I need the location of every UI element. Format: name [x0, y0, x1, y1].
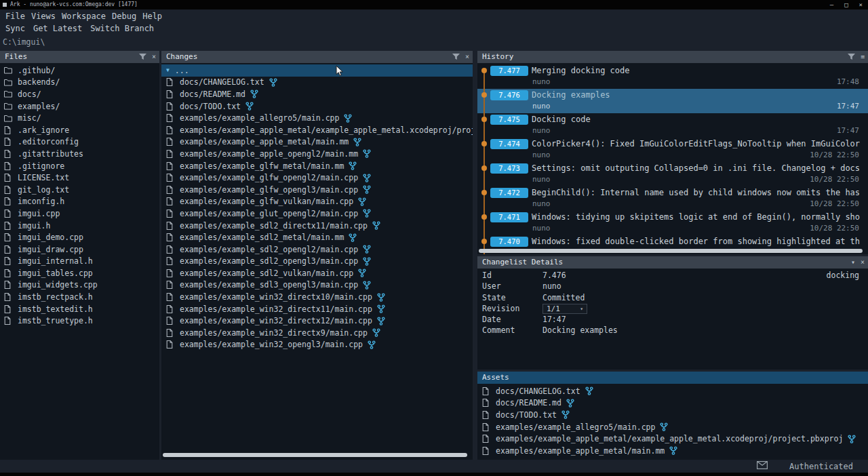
menu-item-views[interactable]: Views	[31, 12, 56, 21]
revision-dropdown[interactable]: 1/1▾	[542, 304, 587, 314]
menu-item-debug[interactable]: Debug	[112, 12, 136, 21]
asset-row[interactable]: examples/example_apple_metal/example_app…	[477, 433, 868, 445]
changed-file-row[interactable]: examples/example_win32_directx10/main.cp…	[161, 291, 473, 303]
branch-icon	[363, 185, 371, 194]
toolbar: SyncGet LatestSwitch Branch	[0, 22, 154, 35]
commit-row[interactable]: 7.476Docking examplesnuno17:47	[477, 89, 868, 113]
changed-file-row[interactable]: examples/example_sdl2_opengl2/main.cpp	[161, 243, 473, 256]
asset-row[interactable]: docs/TODO.txt	[477, 409, 868, 421]
details-panel-title: Changelist Details	[482, 258, 563, 266]
menu-item-file[interactable]: File	[5, 12, 25, 21]
changed-file-row[interactable]: examples/example_apple_metal/main.mm	[161, 136, 473, 148]
changed-file-row[interactable]: examples/example_win32_directx9/main.cpp	[161, 327, 473, 339]
filter-icon[interactable]	[139, 54, 146, 60]
file-tree-item[interactable]: git_log.txt	[0, 184, 159, 196]
menu-item-workspace[interactable]: Workspace	[62, 12, 106, 21]
file-tree-item[interactable]: imgui.cpp	[0, 207, 159, 220]
mail-icon[interactable]	[757, 461, 768, 471]
file-tree-item[interactable]: .gitignore	[0, 160, 159, 172]
file-tree-item[interactable]: imstb_textedit.h	[0, 303, 159, 315]
assets-panel-header[interactable]: Assets	[477, 372, 868, 384]
scrollbar-thumb[interactable]	[479, 249, 863, 253]
file-tree-item[interactable]: imgui_draw.cpp	[0, 243, 159, 256]
file-tree-item[interactable]: imconfig.h	[0, 196, 159, 208]
changed-file-row[interactable]: examples/example_glfw_opengl3/main.cpp	[161, 184, 473, 196]
file-name: examples/	[18, 102, 60, 111]
changes-hscrollbar[interactable]	[161, 452, 473, 458]
file-tree-item[interactable]: imgui_tables.cpp	[0, 267, 159, 279]
file-icon	[166, 174, 176, 182]
commit-row[interactable]: 7.472BeginChild(): Internal name used by…	[477, 186, 868, 211]
changed-file-row[interactable]: examples/example_sdl2_opengl3/main.cpp	[161, 256, 473, 268]
filter-icon[interactable]	[452, 54, 460, 60]
commit-row[interactable]: 7.473Settings: omit outputing Collapsed=…	[477, 162, 868, 186]
file-tree-item[interactable]: examples/	[0, 100, 159, 113]
commit-row[interactable]: 7.471Windows: tidying up skipitems logic…	[477, 211, 868, 235]
expander-icon[interactable]: ▼	[166, 67, 170, 73]
changed-file-row[interactable]: examples/example_sdl3_opengl3/main.cpp	[161, 279, 473, 292]
file-tree-item[interactable]: imstb_rectpack.h	[0, 291, 159, 303]
changed-file-row[interactable]: examples/example_sdl2_metal/main.mm	[161, 231, 473, 243]
changed-file-row[interactable]: examples/example_win32_opengl3/main.cpp	[161, 339, 473, 351]
file-tree-item[interactable]: imgui_widgets.cpp	[0, 279, 159, 292]
close-icon[interactable]: ×	[861, 256, 865, 269]
commit-row[interactable]: 7.475Docking codenuno17:47	[477, 113, 868, 138]
branch-icon	[566, 399, 574, 408]
changed-file-row[interactable]: docs/README.md	[161, 88, 473, 100]
file-tree-item[interactable]: LICENSE.txt	[0, 172, 159, 184]
file-tree-item[interactable]: imgui_internal.h	[0, 256, 159, 268]
branch-icon	[561, 410, 570, 419]
close-button[interactable]: ×	[859, 0, 863, 9]
asset-row[interactable]: docs/README.md	[477, 397, 868, 410]
maximize-button[interactable]: □	[844, 0, 848, 9]
file-name: git_log.txt	[18, 185, 69, 195]
file-tree-item[interactable]: imstb_truetype.h	[0, 315, 159, 327]
menu-item-help[interactable]: Help	[142, 12, 162, 21]
changed-file-row[interactable]: docs/TODO.txt	[161, 100, 473, 113]
commit-row[interactable]: 7.477Merging docking codenuno17:48	[477, 64, 868, 89]
history-hscrollbar[interactable]	[477, 248, 868, 254]
toolbar-button-switch-branch[interactable]: Switch Branch	[90, 24, 154, 33]
field-label: Revision	[482, 304, 542, 313]
file-tree-item[interactable]: .ark_ignore	[0, 124, 159, 136]
file-tree-item[interactable]: backends/	[0, 77, 159, 89]
changed-file-row[interactable]: docs/CHANGELOG.txt	[161, 77, 473, 89]
changed-file-row[interactable]: examples/example_apple_opengl2/main.mm	[161, 148, 473, 160]
file-tree-item[interactable]: .editorconfig	[0, 136, 159, 148]
file-tree-item[interactable]: misc/	[0, 112, 159, 124]
changed-file-row[interactable]: examples/example_glfw_vulkan/main.cpp	[161, 196, 473, 208]
file-tree-item[interactable]: .gitattributes	[0, 148, 159, 160]
changed-file-row[interactable]: examples/example_sdl2_directx11/main.cpp	[161, 220, 473, 232]
asset-row[interactable]: examples/example_allegro5/main.cpp	[477, 421, 868, 433]
changed-file-row[interactable]: examples/example_sdl2_vulkan/main.cpp	[161, 267, 473, 279]
file-tree-item[interactable]: docs/	[0, 88, 159, 100]
file-tree-item[interactable]: .github/	[0, 64, 159, 77]
changed-file-row[interactable]: examples/example_glfw_metal/main.mm	[161, 160, 473, 172]
menu-icon[interactable]: ≡	[861, 51, 865, 63]
close-icon[interactable]: ×	[152, 51, 156, 63]
file-icon	[4, 269, 14, 277]
changed-file-row[interactable]: examples/example_win32_directx11/main.cp…	[161, 303, 473, 315]
scrollbar-thumb[interactable]	[163, 453, 467, 457]
changed-file-row[interactable]: examples/example_apple_metal/example_app…	[161, 124, 473, 136]
commit-author: nuno	[532, 175, 551, 184]
changed-file-row[interactable]: examples/example_win32_directx12/main.cp…	[161, 315, 473, 327]
file-icon	[4, 162, 14, 170]
changed-file-row[interactable]: examples/example_allegro5/main.cpp	[161, 112, 473, 124]
changes-root-row[interactable]: ▼...	[161, 64, 473, 77]
changed-file-row[interactable]: examples/example_glfw_opengl2/main.cpp	[161, 172, 473, 184]
file-icon	[4, 138, 14, 146]
toolbar-button-sync[interactable]: Sync	[5, 24, 25, 33]
toolbar-button-get-latest[interactable]: Get Latest	[33, 24, 82, 33]
close-icon[interactable]: ×	[465, 51, 469, 63]
asset-row[interactable]: examples/example_apple_metal/main.mm	[477, 445, 868, 457]
minimize-button[interactable]: —	[830, 0, 833, 9]
commit-row[interactable]: 7.474ColorPicker4(): Fixed ImGuiColorEdi…	[477, 138, 868, 162]
file-name: misc/	[18, 113, 41, 123]
changed-file-row[interactable]: examples/example_glut_opengl2/main.cpp	[161, 207, 473, 220]
chevron-down-icon[interactable]: ▾	[851, 256, 855, 269]
asset-row[interactable]: docs/CHANGELOG.txt	[477, 385, 868, 397]
filter-icon[interactable]	[848, 54, 855, 60]
file-tree-item[interactable]: imgui_demo.cpp	[0, 231, 159, 243]
file-tree-item[interactable]: imgui.h	[0, 220, 159, 232]
